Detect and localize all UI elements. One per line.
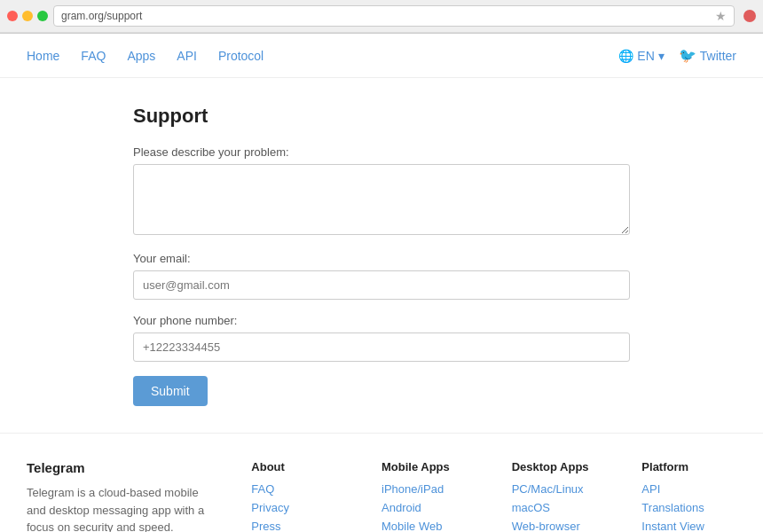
footer-link-privacy[interactable]: Privacy [251, 501, 346, 514]
nav-right: 🌐 EN ▾ 🐦 Twitter [618, 47, 736, 64]
address-bar[interactable]: gram.org/support ★ [53, 5, 735, 27]
submit-button[interactable]: Submit [133, 376, 208, 406]
footer: Telegram Telegram is a cloud-based mobil… [0, 433, 763, 532]
twitter-label: Twitter [700, 49, 736, 63]
brand-name: Telegram [27, 460, 216, 475]
twitter-link[interactable]: 🐦 Twitter [679, 47, 736, 64]
footer-col-mobile: Mobile Apps iPhone/iPad Android Mobile W… [382, 460, 476, 532]
email-input[interactable] [133, 270, 630, 300]
page-title: Support [133, 105, 630, 128]
footer-col-platform: Platform API Translations Instant View [641, 460, 736, 532]
footer-col-about: About FAQ Privacy Press [251, 460, 346, 532]
globe-icon: 🌐 [618, 49, 633, 63]
email-group: Your email: [133, 252, 630, 300]
footer-col-platform-heading: Platform [641, 460, 736, 473]
footer-link-mobile-web[interactable]: Mobile Web [382, 520, 476, 532]
phone-label: Your phone number: [133, 314, 630, 327]
footer-col-about-heading: About [251, 460, 346, 473]
url-text: gram.org/support [61, 10, 142, 22]
main-content: Support Please describe your problem: Yo… [115, 78, 648, 433]
footer-link-api[interactable]: API [641, 482, 736, 496]
problem-group: Please describe your problem: [133, 145, 630, 238]
footer-col-desktop: Desktop Apps PC/Mac/Linux macOS Web-brow… [512, 460, 607, 532]
problem-textarea[interactable] [133, 164, 630, 235]
footer-col-mobile-heading: Mobile Apps [382, 460, 476, 473]
language-selector[interactable]: 🌐 EN ▾ [618, 49, 664, 63]
bookmark-icon[interactable]: ★ [715, 9, 727, 23]
nav-protocol[interactable]: Protocol [218, 49, 264, 63]
footer-link-macos[interactable]: macOS [512, 501, 607, 514]
chevron-down-icon: ▾ [658, 49, 665, 63]
footer-col-desktop-heading: Desktop Apps [512, 460, 607, 473]
footer-grid: Telegram Telegram is a cloud-based mobil… [27, 460, 736, 532]
footer-link-android[interactable]: Android [382, 501, 476, 514]
nav-api[interactable]: API [177, 49, 197, 63]
brand-description: Telegram is a cloud-based mobile and des… [27, 484, 216, 532]
lang-label: EN [637, 49, 654, 63]
footer-link-faq[interactable]: FAQ [251, 482, 346, 496]
nav-links: Home FAQ Apps API Protocol [27, 49, 264, 63]
navbar: Home FAQ Apps API Protocol 🌐 EN ▾ 🐦 Twit… [0, 34, 763, 78]
email-label: Your email: [133, 252, 630, 265]
footer-link-web-browser[interactable]: Web-browser [512, 520, 607, 532]
nav-apps[interactable]: Apps [127, 49, 155, 63]
footer-link-iphone-ipad[interactable]: iPhone/iPad [382, 482, 476, 496]
footer-link-instant-view[interactable]: Instant View [641, 520, 736, 532]
footer-link-pc-mac-linux[interactable]: PC/Mac/Linux [512, 482, 607, 496]
footer-brand: Telegram Telegram is a cloud-based mobil… [27, 460, 216, 532]
phone-group: Your phone number: [133, 314, 630, 362]
nav-home[interactable]: Home [27, 49, 59, 63]
footer-link-translations[interactable]: Translations [641, 501, 736, 514]
browser-close-button[interactable] [743, 10, 756, 22]
nav-faq[interactable]: FAQ [81, 49, 106, 63]
phone-input[interactable] [133, 332, 630, 362]
problem-label: Please describe your problem: [133, 145, 630, 159]
twitter-icon: 🐦 [679, 47, 696, 64]
footer-link-press[interactable]: Press [251, 520, 346, 532]
